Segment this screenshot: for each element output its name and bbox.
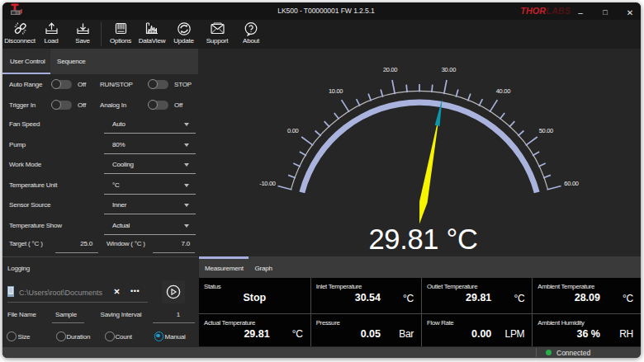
svg-text:-10.00: -10.00: [259, 180, 276, 187]
svg-text:0.00: 0.00: [287, 127, 299, 134]
svg-text:10.00: 10.00: [329, 87, 343, 95]
svg-text:20.00: 20.00: [383, 66, 397, 73]
svg-text:60.00: 60.00: [564, 180, 578, 187]
svg-text:30.00: 30.00: [442, 66, 456, 73]
svg-text:40.00: 40.00: [496, 87, 510, 95]
svg-text:50.00: 50.00: [539, 127, 553, 134]
